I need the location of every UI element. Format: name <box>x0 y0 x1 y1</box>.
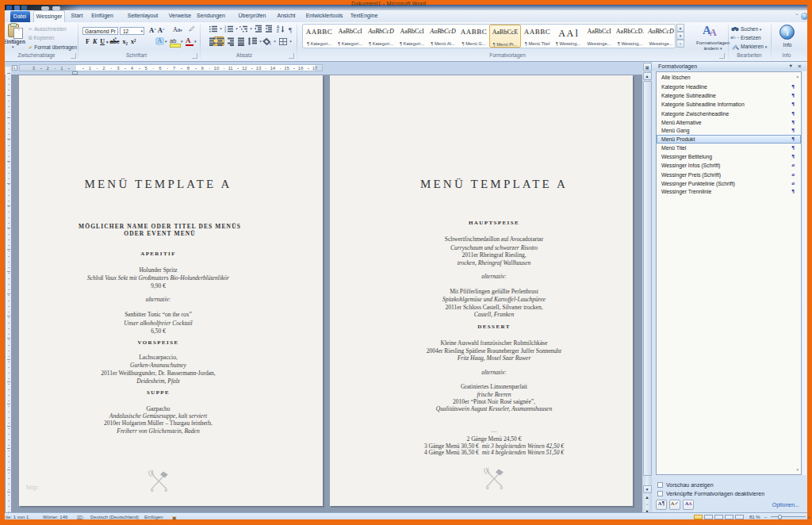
svg-text:3: 3 <box>224 29 227 33</box>
svg-text:¶: ¶ <box>289 26 292 34</box>
svg-text:Z: Z <box>277 29 279 33</box>
